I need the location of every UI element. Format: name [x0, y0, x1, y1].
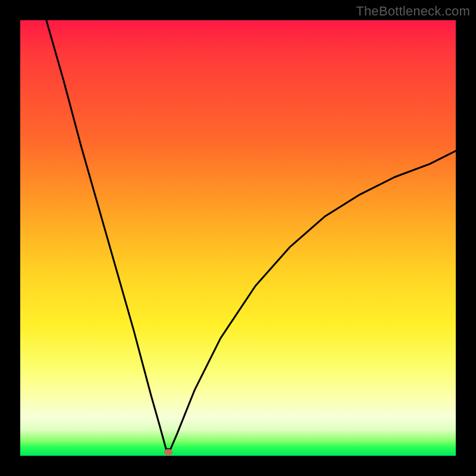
watermark-text: TheBottleneck.com [356, 4, 470, 19]
curve-svg [20, 20, 456, 456]
bottleneck-curve [46, 20, 456, 449]
plot-area [20, 20, 456, 456]
minimum-marker [164, 449, 173, 455]
chart-frame: TheBottleneck.com [0, 0, 476, 476]
